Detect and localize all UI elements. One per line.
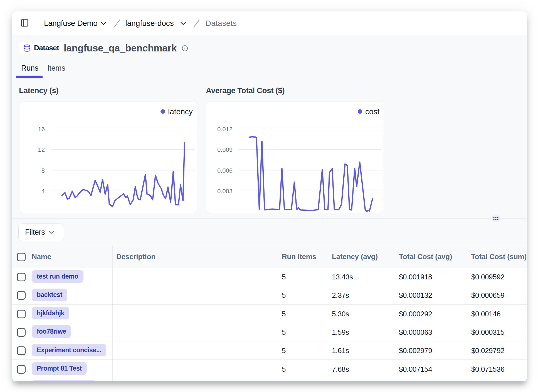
svg-text:0.012: 0.012 [217,126,233,133]
svg-text:0.006: 0.006 [217,167,233,174]
svg-text:latency: latency [168,107,193,116]
svg-text:12: 12 [38,146,45,153]
svg-text:8: 8 [41,167,45,174]
svg-text:0.003: 0.003 [217,188,233,195]
svg-text:4: 4 [41,188,45,195]
svg-text:0.009: 0.009 [217,146,233,153]
svg-text:16: 16 [38,126,45,133]
svg-text:cost: cost [365,107,380,116]
